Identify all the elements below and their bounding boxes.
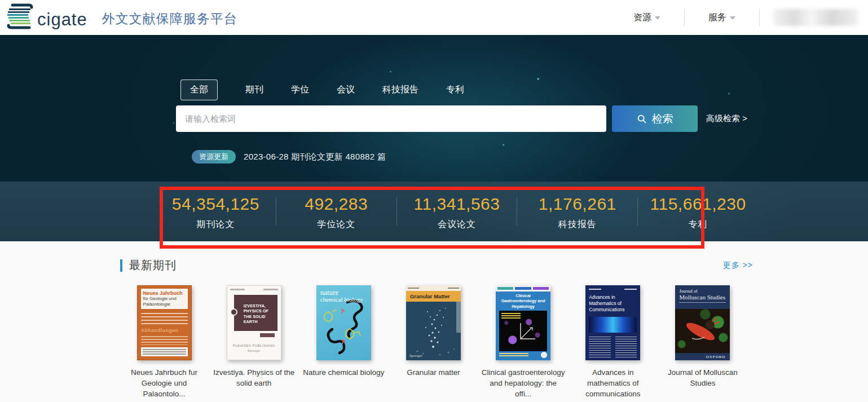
cover-subtitle: Molluscan Studies [679, 294, 726, 301]
stat-value: 1,176,261 [517, 195, 637, 214]
journal-cover: Granular Matter [406, 285, 461, 360]
journal-cover: Advances in Mathematics of Communication… [585, 285, 640, 360]
cover-wave-band [589, 317, 637, 333]
journal-caption: Granular matter [407, 368, 460, 378]
stat-label: 学位论文 [276, 219, 396, 231]
cover-text-lines [501, 313, 521, 320]
nav-resources-label: 资源 [633, 12, 651, 24]
society-seal-icon [541, 352, 547, 358]
journal-card-nature-chemical-biology[interactable]: nature chemical biology Nature chemical … [301, 285, 386, 400]
stat-tech-reports: 1,176,261 科技报告 [517, 192, 637, 231]
cover-title: Advances in Mathematics of Communication… [589, 294, 637, 313]
cover-title-band: Granular Matter [406, 291, 461, 302]
journal-cards-row: Neues Jahrbuch für Geologie und Paläonto… [122, 285, 745, 400]
cover-text-lines [141, 313, 188, 325]
cover-text-lines [499, 353, 528, 357]
search-input[interactable] [176, 105, 606, 132]
tab-degree[interactable]: 学位 [291, 84, 309, 96]
tab-all[interactable]: 全部 [180, 79, 218, 100]
stat-label: 科技报告 [517, 219, 637, 231]
journal-card-advances-math-comm[interactable]: Advances in Mathematics of Communication… [571, 285, 655, 400]
cover-text-lines [230, 289, 278, 290]
cover-title: Journal of [679, 289, 726, 294]
cover-photo [675, 309, 730, 353]
journal-card-clinical-gastro[interactable]: Clinical Gastroenterology and Hepatology… [481, 285, 566, 400]
journal-cover: nature chemical biology [316, 285, 371, 360]
journal-caption: Journal of Molluscan Studies [660, 368, 745, 389]
advanced-search-link[interactable]: 高级检索 > [706, 113, 747, 124]
stat-patents: 115,661,230 专利 [638, 192, 758, 231]
cover-decoration [456, 302, 461, 333]
slug-art [675, 309, 730, 351]
section-title: 最新期刊 [129, 258, 177, 273]
cover-decoration [260, 333, 275, 337]
hero-search-banner: 全部 期刊 学位 会议 科技报告 专利 检索 高级检索 > 资源更新 [0, 35, 868, 182]
journal-cover: IZVESTIYA, PHYSICS OF THE SOLID EARTH PL… [227, 285, 281, 360]
stat-value: 115,661,230 [638, 195, 758, 214]
more-journals-link[interactable]: 更多 >> [723, 260, 753, 271]
cover-subtitle: für Geologie und Paläontologie [143, 296, 186, 307]
stat-journal-papers: 54,354,125 期刊论文 [156, 192, 276, 231]
section-header: 最新期刊 [120, 258, 177, 273]
cover-text-lines [406, 285, 461, 291]
search-button[interactable]: 检索 [612, 105, 698, 132]
nav-resources[interactable]: 资源 [610, 12, 684, 24]
journal-caption: Izvestiya. Physics of the solid earth [212, 368, 296, 389]
journal-caption: Clinical gastroenterology and hepatology… [481, 368, 566, 400]
tab-patent[interactable]: 专利 [446, 84, 464, 96]
stat-value: 11,341,563 [397, 195, 517, 214]
journal-cover: Journal of Molluscan Studies OXFO [675, 285, 730, 360]
latest-journals-section: 最新期刊 更多 >> Neues Jahrbuch für Geologie u… [0, 241, 868, 402]
journal-card-molluscan-studies[interactable]: Journal of Molluscan Studies OXFO [660, 285, 745, 400]
cover-divider [679, 302, 726, 303]
cover-photo: Springer [406, 302, 461, 360]
top-header: cigate 外文文献保障服务平台 资源 服务 [0, 0, 868, 35]
stat-label: 会议论文 [397, 219, 517, 231]
cover-title: Neues Jahrbuch [143, 290, 186, 296]
scigate-logo[interactable]: cigate [5, 2, 87, 33]
header-nav: 资源 服务 [610, 0, 868, 35]
journal-caption: Neues Jahrbuch fur Geologie und Palaonto… [122, 368, 206, 400]
journal-card-izvestiya[interactable]: IZVESTIYA, PHYSICS OF THE SOLID EARTH PL… [212, 285, 296, 400]
chevron-down-icon [655, 16, 660, 20]
publisher-name: Springer [230, 349, 278, 352]
cover-title: Granular Matter [410, 293, 450, 299]
cover-extra-title: Abhandlungen [141, 328, 188, 333]
cover-header-strip [496, 285, 550, 291]
splash-art [406, 302, 461, 358]
stat-degree-papers: 492,283 学位论文 [276, 192, 396, 231]
cover-footer [141, 347, 188, 356]
stat-value: 492,283 [276, 195, 396, 214]
journal-card-granular-matter[interactable]: Granular Matter [391, 285, 475, 400]
user-account-area-redacted[interactable] [773, 9, 858, 26]
cover-title: nature [320, 289, 367, 296]
search-row: 检索 高级检索 > [176, 105, 747, 132]
journal-caption: Nature chemical biology [303, 368, 384, 378]
journal-card-neues-jahrbuch[interactable]: Neues Jahrbuch für Geologie und Paläonto… [122, 285, 206, 400]
tab-tech-report[interactable]: 科技报告 [382, 84, 418, 96]
publisher-name: PLEIADES PUBLISHING [230, 344, 278, 347]
logo-text: cigate [37, 10, 87, 30]
tab-conference[interactable]: 会议 [337, 84, 355, 96]
cover-subtitle: chemical biology [320, 296, 367, 303]
section-title-bar [120, 259, 122, 272]
search-icon [637, 114, 647, 124]
cover-text-lines [589, 289, 637, 290]
nav-services[interactable]: 服务 [685, 12, 759, 24]
statistics-bar: 54,354,125 期刊论文 492,283 学位论文 11,341,563 … [0, 182, 868, 241]
cover-footer: OXFORD [675, 353, 730, 360]
stat-value: 54,354,125 [156, 195, 276, 214]
page: cigate 外文文献保障服务平台 资源 服务 全部 期刊 学位 会议 科技报告 [0, 0, 868, 402]
journal-cover: Clinical Gastroenterology and Hepatology [496, 285, 550, 360]
statistics-row: 54,354,125 期刊论文 492,283 学位论文 11,341,563 … [156, 182, 758, 241]
update-text: 2023-06-28 期刊论文更新 480882 篇 [244, 152, 386, 162]
stat-conference-papers: 11,341,563 会议论文 [397, 192, 517, 231]
chevron-down-icon [730, 16, 735, 20]
cover-title: Clinical Gastroenterology and Hepatology [496, 291, 550, 309]
cover-header: Journal of Molluscan Studies [675, 285, 730, 309]
tab-journal[interactable]: 期刊 [245, 84, 263, 96]
stat-label: 期刊论文 [156, 219, 276, 231]
publisher-name: Springer [409, 354, 422, 357]
scigate-logo-icon [5, 2, 36, 33]
site-title: 外文文献保障服务平台 [102, 10, 237, 28]
